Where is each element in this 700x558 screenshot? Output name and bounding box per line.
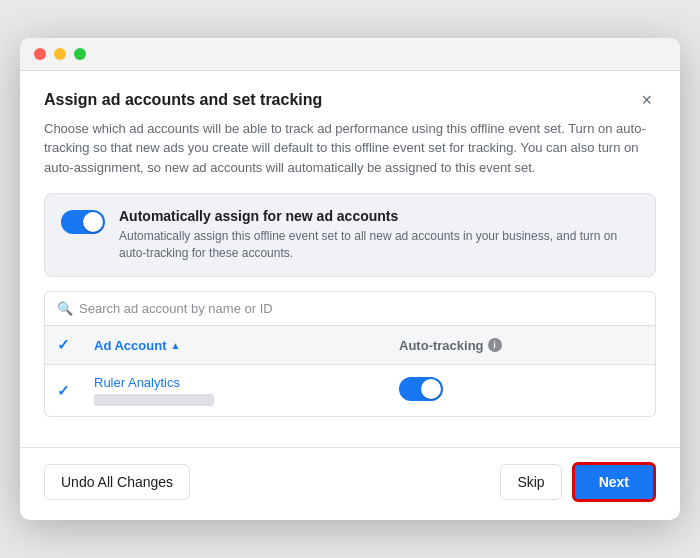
title-bar [20, 38, 680, 71]
ad-account-name: Ruler Analytics [94, 375, 375, 390]
search-placeholder-text: Search ad account by name or ID [79, 301, 273, 316]
undo-changes-button[interactable]: Undo All Changes [44, 464, 190, 500]
row-check-icon: ✓ [57, 382, 70, 399]
auto-assign-toggle[interactable] [61, 210, 105, 234]
auto-assign-text: Automatically assign for new ad accounts… [119, 208, 639, 262]
next-button[interactable]: Next [572, 462, 656, 502]
row-checkbox-cell[interactable]: ✓ [45, 365, 82, 417]
modal-footer: Undo All Changes Skip Next [20, 447, 680, 520]
search-icon: 🔍 [57, 301, 73, 316]
auto-tracking-toggle[interactable] [399, 377, 443, 401]
row-ad-account-cell: Ruler Analytics [82, 365, 387, 417]
modal-description: Choose which ad accounts will be able to… [44, 119, 656, 178]
row-auto-tracking-cell[interactable] [387, 365, 655, 417]
minimize-traffic-light[interactable] [54, 48, 66, 60]
auto-assign-description: Automatically assign this offline event … [119, 228, 639, 262]
ad-account-id [94, 394, 214, 406]
modal-title: Assign ad accounts and set tracking [44, 91, 322, 109]
table-row: ✓ Ruler Analytics [45, 365, 655, 417]
skip-button[interactable]: Skip [500, 464, 561, 500]
modal-header: Assign ad accounts and set tracking × [44, 91, 656, 109]
info-icon[interactable]: i [488, 338, 502, 352]
modal-body: Assign ad accounts and set tracking × Ch… [20, 71, 680, 433]
modal-window: Assign ad accounts and set tracking × Ch… [20, 38, 680, 520]
header-auto-tracking: Auto-tracking i [387, 326, 655, 365]
auto-assign-box: Automatically assign for new ad accounts… [44, 193, 656, 277]
header-check-icon: ✓ [57, 336, 70, 353]
ad-account-table-container: 🔍 Search ad account by name or ID ✓ Ad A… [44, 291, 656, 417]
footer-right: Skip Next [500, 462, 656, 502]
close-traffic-light[interactable] [34, 48, 46, 60]
close-button[interactable]: × [637, 91, 656, 109]
maximize-traffic-light[interactable] [74, 48, 86, 60]
sort-icon: ▲ [170, 340, 180, 351]
table-header-row: ✓ Ad Account ▲ Auto-tracking i [45, 326, 655, 365]
header-checkbox-cell: ✓ [45, 326, 82, 365]
ad-account-table: ✓ Ad Account ▲ Auto-tracking i [45, 326, 655, 416]
auto-assign-label: Automatically assign for new ad accounts [119, 208, 639, 224]
toggle-thumb [421, 379, 441, 399]
header-ad-account[interactable]: Ad Account ▲ [82, 326, 387, 365]
search-row: 🔍 Search ad account by name or ID [45, 292, 655, 326]
